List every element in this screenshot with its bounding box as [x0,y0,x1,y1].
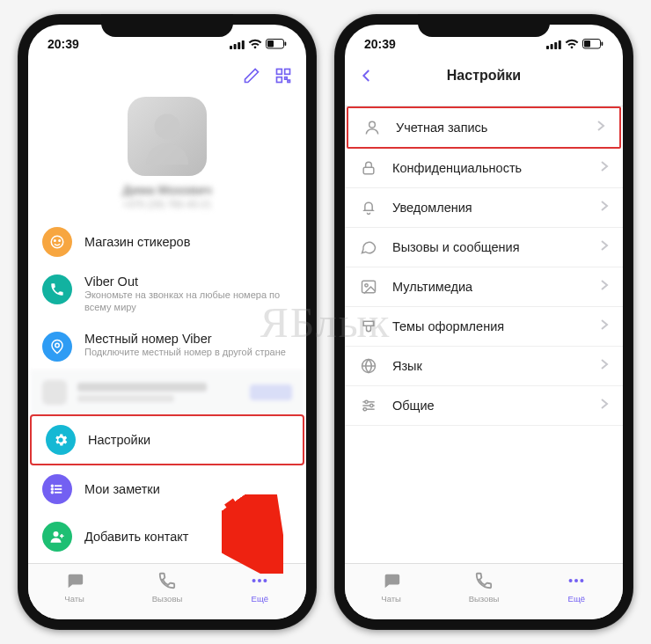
srow-media[interactable]: Мультимедиа [345,267,623,307]
tab-label: Ещё [252,594,268,604]
svg-rect-10 [285,77,288,80]
srow-title: Уведомления [392,201,586,215]
screen-left: 20:39 [28,25,306,619]
tab-chats[interactable]: Чаты [345,564,437,611]
srow-title: Мультимедиа [392,280,586,294]
srow-title: Вызовы и сообщения [392,240,586,254]
edit-icon[interactable] [243,67,260,84]
status-icons [230,39,287,49]
svg-point-20 [51,485,53,487]
avatar[interactable] [128,97,207,176]
image-icon [359,278,378,296]
tab-label: Вызовы [469,594,500,604]
notch [101,14,233,37]
srow-account[interactable]: Учетная запись [347,106,621,149]
svg-point-12 [155,113,180,139]
svg-point-16 [55,343,60,348]
srow-title: Темы оформления [392,319,586,333]
bell-icon [359,199,378,216]
row-subtitle: Экономьте на звонках на любые номера по … [84,289,292,314]
chevron-right-icon [600,358,609,374]
srow-general[interactable]: Общие [345,386,623,426]
chevron-right-icon [600,279,609,295]
srow-themes[interactable]: Темы оформления [345,307,623,347]
srow-title: Язык [392,359,586,373]
more-icon [567,571,586,592]
srow-notifications[interactable]: Уведомления [345,188,623,228]
screen-right: 20:39 Настройки [345,25,623,619]
phone-frame-right: 20:39 Настройки [334,14,633,630]
settings-content: Учетная запись Конфиденциальность Уведом… [345,93,623,563]
svg-rect-42 [602,42,603,47]
row-local-number[interactable]: Местный номер Viber Подключите местный н… [28,323,306,370]
back-icon[interactable] [359,68,375,84]
row-title: Местный номер Viber [84,332,292,346]
tab-more[interactable]: Ещё [530,564,623,611]
tab-chats[interactable]: Чаты [28,564,121,611]
tab-calls[interactable]: Вызовы [121,564,213,611]
brush-icon [359,318,378,335]
chevron-right-icon [600,160,609,176]
svg-rect-6 [285,42,287,47]
srow-privacy[interactable]: Конфиденциальность [345,149,623,188]
more-list: Магазин стикеров Viber Out Экономьте на … [28,218,306,563]
tab-bar: Чаты Вызовы Ещё [345,563,623,619]
row-add-contact[interactable]: Добавить контакт [28,513,306,560]
svg-point-54 [569,579,573,582]
status-time: 20:39 [364,37,396,51]
svg-rect-44 [363,167,374,174]
tab-calls[interactable]: Вызовы [437,564,530,611]
srow-title: Учетная запись [396,121,582,135]
row-title: Мои заметки [84,482,292,496]
tab-label: Чаты [64,594,84,604]
svg-rect-3 [242,40,245,49]
svg-rect-1 [234,44,237,49]
tab-more[interactable]: Ещё [214,564,306,611]
user-icon [362,119,382,136]
qr-icon[interactable] [274,67,292,84]
svg-rect-39 [559,40,561,49]
phone-icon [157,571,177,592]
tab-label: Ещё [568,594,585,604]
row-sticker-market[interactable]: Магазин стикеров [28,218,306,266]
row-subtitle: Подключите местный номер в другой стране [84,347,292,359]
chat-bubble-icon [65,571,84,592]
add-user-icon [42,522,72,552]
row-my-notes[interactable]: Мои заметки [28,465,306,513]
row-viber-out[interactable]: Viber Out Экономьте на звонках на любые … [28,266,306,323]
svg-rect-11 [288,80,290,83]
row-title: Viber Out [84,274,292,289]
chevron-right-icon [596,120,605,135]
svg-rect-45 [362,281,376,292]
chevron-right-icon [600,318,609,334]
wifi-icon [248,39,262,49]
svg-rect-36 [546,46,549,49]
sliders-icon [359,397,378,414]
svg-point-56 [581,579,584,582]
row-settings[interactable]: Настройки [30,414,304,465]
chat-bubble-icon [382,571,401,592]
srow-title: Конфиденциальность [392,161,586,175]
svg-rect-2 [238,42,240,49]
phone-icon [42,274,72,304]
svg-rect-0 [230,46,232,49]
svg-point-51 [365,400,368,403]
profile-block[interactable]: Дима Мохович +375 (29) 765-43-21 [28,93,306,218]
tab-bar: Чаты Вызовы Ещё [28,563,306,619]
svg-point-13 [51,236,63,248]
svg-rect-5 [267,40,274,48]
status-icons [546,39,603,49]
battery-icon [582,39,603,49]
ad-banner[interactable] [30,370,304,414]
svg-rect-7 [277,70,282,75]
svg-point-52 [370,404,373,406]
svg-point-14 [55,240,56,242]
srow-language[interactable]: Язык [345,347,623,386]
notch [418,14,550,37]
row-invite[interactable]: Пригласить в Viber [28,560,306,564]
chevron-right-icon [600,239,609,255]
srow-calls-msgs[interactable]: Вызовы и сообщения [345,228,623,267]
list-icon [42,474,72,504]
row-title: Магазин стикеров [84,235,292,249]
svg-point-55 [574,579,578,582]
